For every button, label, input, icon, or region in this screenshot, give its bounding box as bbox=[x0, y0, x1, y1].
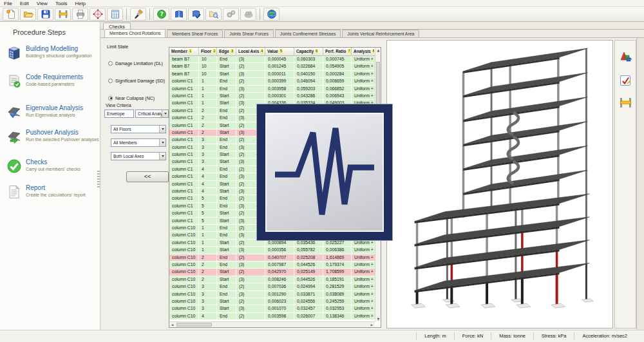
radio-circle-icon bbox=[108, 96, 113, 100]
radio-damage-limitation-dl-[interactable]: Damage Limitation (DL) bbox=[108, 60, 163, 66]
save-icon bbox=[41, 9, 51, 19]
radio-significant-damage-sd-[interactable]: Significant Damage (SD) bbox=[108, 77, 165, 84]
sidebar-item-code-requirements[interactable]: Code Requirements Code-based parameters bbox=[5, 73, 99, 95]
open-project-button[interactable] bbox=[20, 8, 36, 21]
subtab-joints-confinement-stresses[interactable]: Joints Confinement Stresses bbox=[275, 30, 341, 37]
verification-button[interactable] bbox=[188, 8, 204, 21]
table-row[interactable]: column C102End(3)0,0079870,0445260,17937… bbox=[169, 261, 375, 269]
sidebar-item-report[interactable]: Report Create the calculations' report bbox=[5, 184, 99, 206]
collapse-panel-button[interactable]: << bbox=[126, 171, 169, 182]
column-header-edge[interactable]: Edge3 bbox=[217, 48, 236, 56]
table-row[interactable]: column C11End(2)0,0003990,0460940,008659… bbox=[169, 78, 375, 85]
settings-button[interactable] bbox=[223, 8, 239, 21]
scroll-down-icon[interactable]: ▼ bbox=[375, 316, 381, 321]
table-cell: 3 bbox=[199, 305, 217, 312]
envelope-box[interactable]: Envelope bbox=[104, 109, 134, 118]
menu-item-tools[interactable]: Tools bbox=[52, 1, 71, 6]
table-row[interactable]: column C101Start(2)0,0008940,0354360,025… bbox=[169, 240, 375, 247]
table-cell: 0,059203 bbox=[294, 86, 323, 92]
table-row[interactable]: beam B710Start(3)0,0000110,0401500,00028… bbox=[169, 71, 375, 78]
scroll-up-icon[interactable]: ▲ bbox=[375, 48, 381, 53]
table-cell: column C10 bbox=[169, 313, 199, 319]
table-cell: 4 bbox=[199, 188, 217, 195]
subtab-members-chord-rotations[interactable]: Members Chord Rotations bbox=[104, 29, 166, 37]
3d-model-viewport[interactable] bbox=[386, 40, 613, 328]
cloud-services-button[interactable] bbox=[240, 8, 256, 21]
table-horizontal-scrollbar[interactable]: ◄ ► bbox=[169, 321, 375, 327]
table-cell: column C1 bbox=[169, 108, 199, 114]
table-cell: (2) bbox=[236, 283, 265, 290]
column-header-value[interactable]: Value5 bbox=[265, 48, 294, 56]
browse-results-button[interactable] bbox=[205, 8, 222, 21]
table-cell: column C1 bbox=[169, 166, 199, 173]
table-cell: 0,000356 bbox=[265, 247, 294, 253]
checks-settings-icon[interactable] bbox=[619, 74, 632, 88]
menu-item-file[interactable]: File bbox=[0, 1, 16, 6]
subtab-joints-vertical-reinforcement-area[interactable]: Joints Vertical Reinforcement Area bbox=[342, 30, 419, 37]
user-manual-button[interactable] bbox=[171, 8, 187, 21]
table-cell: 2 bbox=[199, 129, 217, 136]
table-cell: 0,035436 bbox=[294, 240, 323, 246]
table-cell: 3 bbox=[199, 151, 217, 158]
table-row[interactable]: column C104End(2)0,0035980,0260070,13834… bbox=[169, 313, 375, 320]
menu-item-edit[interactable]: Edit bbox=[16, 1, 33, 6]
table-row[interactable]: column C103End(2)0,0070360,0249940,28152… bbox=[169, 283, 375, 290]
table-row[interactable]: column C101Start(3)0,0003560,0557820,006… bbox=[169, 247, 375, 254]
table-row[interactable]: column C11Start(2)0,0003010,0432860,0069… bbox=[169, 93, 375, 100]
table-cell: End bbox=[217, 173, 236, 180]
table-cell: End bbox=[217, 195, 236, 202]
table-cell: 10 bbox=[199, 71, 217, 77]
table-row[interactable]: column C102End(2)0,0407070,0252081,61486… bbox=[169, 254, 375, 261]
new-file-button[interactable] bbox=[3, 8, 19, 21]
scroll-right-icon[interactable]: ► bbox=[369, 322, 375, 327]
section-view-icon[interactable] bbox=[619, 96, 632, 109]
calculator-button[interactable] bbox=[107, 8, 123, 21]
column-header-perf_ratio[interactable]: Perf. Ratio7 bbox=[323, 48, 352, 56]
sidebar-item-building-modelling[interactable]: Building Modelling Building's structural… bbox=[5, 45, 99, 67]
radio-circle-icon bbox=[108, 61, 113, 66]
radio-near-collapse-nc-[interactable]: Near Collapse (NC) bbox=[108, 95, 155, 101]
sidebar-splitter-handle[interactable] bbox=[97, 171, 100, 187]
toolbar-separator bbox=[126, 8, 127, 20]
scroll-left-icon[interactable]: ◄ bbox=[169, 322, 175, 327]
analysis-type-combo[interactable]: Critical Analysis bbox=[135, 109, 169, 118]
display-options-button[interactable] bbox=[130, 8, 146, 21]
table-cell: 5 bbox=[199, 195, 217, 202]
table-row[interactable]: column C11End(3)0,0039580,0592030,066852… bbox=[169, 86, 375, 93]
table-row[interactable]: column C103Start(2)0,0060230,0245560,245… bbox=[169, 298, 375, 305]
column-header-analysis[interactable]: Analysis8 bbox=[352, 48, 374, 56]
table-cell: 3 bbox=[199, 144, 217, 151]
table-row[interactable]: column C102Start(2)0,0429700,0251491,708… bbox=[169, 269, 375, 276]
table-cell: column C10 bbox=[169, 298, 199, 305]
column-header-local_axis[interactable]: Local Axis4 bbox=[236, 48, 265, 56]
column-header-member[interactable]: Member1 bbox=[169, 48, 199, 56]
floors-combo[interactable]: All Floors bbox=[111, 125, 166, 133]
view-3d-settings-icon[interactable] bbox=[619, 50, 632, 63]
table-cell: End bbox=[217, 291, 236, 298]
sidebar-item-eigenvalue-analysis[interactable]: Eigenvalue Analysis Run Eigenvalue analy… bbox=[5, 104, 99, 126]
horizontal-scroll-thumb[interactable] bbox=[176, 323, 212, 327]
sidebar-item-desc: Create the calculations' report bbox=[26, 193, 86, 197]
menu-item-view[interactable]: View bbox=[33, 1, 52, 6]
save-project-button[interactable] bbox=[37, 8, 53, 21]
axes-combo[interactable]: Both Local Axes bbox=[111, 152, 166, 160]
subtab-members-shear-forces[interactable]: Members Shear Forces bbox=[167, 30, 223, 37]
building-modeller-button[interactable] bbox=[55, 8, 71, 21]
column-header-capacity[interactable]: Capacity6 bbox=[294, 48, 323, 56]
structural-mesh-button[interactable] bbox=[90, 8, 106, 21]
subtab-joints-shear-forces[interactable]: Joints Shear Forces bbox=[224, 30, 273, 37]
members-combo[interactable]: All Members bbox=[111, 138, 166, 147]
table-row[interactable]: column C102Start(3)0,0082460,0445260,185… bbox=[169, 276, 375, 283]
print-report-button[interactable] bbox=[72, 8, 88, 21]
table-row[interactable]: beam B710End(3)0,0000450,0603030,000745U… bbox=[169, 56, 375, 63]
table-row[interactable]: column C103Start(3)0,0010700,0324570,032… bbox=[169, 305, 375, 312]
table-cell: column C10 bbox=[169, 225, 199, 231]
help-button[interactable]: ? bbox=[153, 8, 169, 21]
table-row[interactable]: beam B710Start(2)0,0012450,0226840,05490… bbox=[169, 63, 375, 70]
sidebar-item-pushover-analysis[interactable]: Pushover Analysis Run the selected Pusho… bbox=[5, 129, 99, 151]
table-row[interactable]: column C103End(3)0,0012900,0338710,03808… bbox=[169, 291, 375, 298]
menu-item-help[interactable]: Help bbox=[71, 1, 90, 6]
sidebar-item-checks[interactable]: Checks Carry out members' checks bbox=[5, 158, 99, 180]
website-button[interactable] bbox=[263, 8, 279, 21]
column-header-floor[interactable]: Floor2 bbox=[199, 48, 217, 56]
